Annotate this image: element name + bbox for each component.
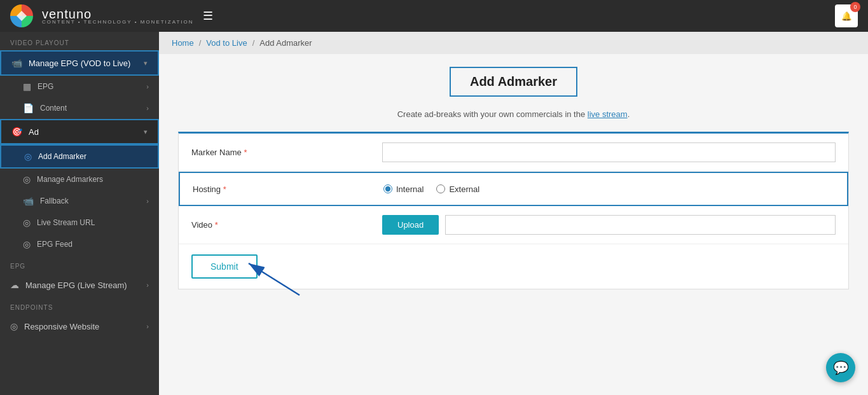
video2-icon: 📹 (23, 196, 34, 206)
add-admarker-label: Add Admarker (38, 152, 86, 161)
ad-label: Ad (29, 127, 39, 137)
fallback-left: 📹 Fallback (23, 196, 69, 206)
chat-button[interactable]: 💬 (826, 353, 855, 382)
hosting-radio-group: Internal External (383, 184, 834, 194)
responsive-website-label: Responsive Website (24, 322, 99, 331)
subtitle-link[interactable]: live stream (588, 109, 628, 119)
sidebar-item-manage-epg-vod[interactable]: 📹 Manage EPG (VOD to Live) ▾ (0, 50, 159, 76)
hosting-req: * (223, 184, 226, 194)
manage-epg-live-left: ☁ Manage EPG (Live Stream) (10, 280, 127, 290)
sidebar: VIDEO PLAYOUT 📹 Manage EPG (VOD to Live)… (0, 32, 159, 395)
navbar-right: 🔔 0 (835, 4, 858, 27)
breadcrumb-sep1: / (199, 38, 202, 48)
content-arrow-icon: › (146, 104, 149, 112)
ad-icon: 🎯 (11, 127, 22, 137)
epg-label: EPG (38, 82, 53, 91)
breadcrumb-home[interactable]: Home (172, 38, 194, 48)
page-title: Add Admarker (450, 67, 577, 97)
live-arrow-icon: › (146, 281, 149, 289)
main-layout: VIDEO PLAYOUT 📹 Manage EPG (VOD to Live)… (0, 32, 868, 395)
video-label: Video * (191, 220, 382, 230)
live-stream-left: ◎ Live Stream URL (23, 218, 95, 228)
video-row: Video * Upload (179, 206, 848, 244)
sidebar-item-content[interactable]: 📄 Content › (0, 97, 159, 119)
external-option[interactable]: External (436, 184, 479, 194)
upload-button[interactable]: Upload (382, 215, 439, 235)
fallback-arrow-icon: › (146, 197, 149, 205)
form-card: Marker Name * Hosting * Internal (178, 132, 849, 289)
marker-name-row: Marker Name * (179, 134, 848, 172)
hamburger-icon[interactable]: ☰ (203, 9, 213, 23)
sidebar-item-manage-epg-live[interactable]: ☁ Manage EPG (Live Stream) › (0, 274, 159, 296)
epg-feed-label: EPG Feed (37, 240, 72, 249)
sidebar-item-live-stream-url[interactable]: ◎ Live Stream URL (0, 212, 159, 233)
navbar-left: ventuno CONTENT • TECHNOLOGY • MONETIZAT… (10, 4, 213, 27)
feed-icon: ◎ (23, 239, 31, 249)
subtitle-post: . (628, 109, 630, 119)
marker-name-req: * (244, 148, 247, 157)
manage-epg-left: 📹 Manage EPG (VOD to Live) (11, 58, 130, 68)
section-video-playout: VIDEO PLAYOUT (0, 32, 159, 50)
hosting-label: Hosting * (193, 184, 383, 194)
sidebar-item-responsive-website[interactable]: ◎ Responsive Website › (0, 315, 159, 338)
hosting-row: Hosting * Internal External (179, 172, 848, 206)
form-wrapper: Add Admarker Create ad-breaks with your … (159, 54, 868, 395)
notification-button[interactable]: 🔔 0 (835, 4, 858, 27)
section-epg: EPG (0, 255, 159, 274)
content-left: 📄 Content (23, 103, 67, 113)
submit-area: Submit (179, 244, 848, 289)
responsive-left: ◎ Responsive Website (10, 321, 99, 331)
logo-icon (10, 4, 33, 27)
notif-badge: 0 (850, 2, 860, 12)
manage-admarkers-left: ◎ Manage Admarkers (23, 174, 103, 184)
logo-sub: CONTENT • TECHNOLOGY • MONETIZATION (42, 19, 194, 25)
internal-label: Internal (396, 184, 424, 194)
live-icon: ◎ (23, 218, 31, 228)
manage-epg-live-label: Manage EPG (Live Stream) (25, 281, 127, 290)
sidebar-item-manage-admarkers[interactable]: ◎ Manage Admarkers (0, 169, 159, 190)
chat-icon: 💬 (833, 360, 849, 375)
video-input[interactable] (445, 215, 836, 235)
content-label: Content (40, 104, 67, 113)
internal-radio[interactable] (383, 184, 392, 193)
live-stream-url-label: Live Stream URL (37, 218, 95, 227)
epg-left: ▦ EPG (23, 81, 53, 92)
subtitle-pre: Create ad-breaks with your own commercia… (397, 109, 588, 119)
external-radio[interactable] (436, 184, 445, 193)
sidebar-item-epg[interactable]: ▦ EPG › (0, 76, 159, 97)
external-label: External (449, 184, 479, 194)
breadcrumb-vod-to-live[interactable]: Vod to Live (206, 38, 247, 48)
page-title-text: Add Admarker (470, 74, 557, 89)
breadcrumb-sep2: / (252, 38, 255, 48)
sidebar-item-add-admarker[interactable]: ◎ Add Admarker (0, 144, 159, 169)
epg-feed-left: ◎ EPG Feed (23, 239, 72, 249)
submit-button[interactable]: Submit (191, 254, 258, 279)
sidebar-item-fallback[interactable]: 📹 Fallback › (0, 190, 159, 212)
content-area: Home / Vod to Live / Add Admarker Add Ad… (159, 32, 868, 395)
manage-admarkers-label: Manage Admarkers (37, 175, 103, 184)
epg-arrow-icon: › (146, 83, 149, 90)
sidebar-item-epg-feed[interactable]: ◎ EPG Feed (0, 233, 159, 255)
target-icon: ◎ (24, 151, 32, 162)
sidebar-item-ad[interactable]: 🎯 Ad ▾ (0, 119, 159, 144)
ad-left: 🎯 Ad (11, 127, 39, 137)
add-admarker-left: ◎ Add Admarker (24, 151, 86, 162)
logo-area: ventuno CONTENT • TECHNOLOGY • MONETIZAT… (42, 7, 194, 25)
manage-epg-label: Manage EPG (VOD to Live) (29, 59, 130, 68)
fallback-label: Fallback (40, 197, 69, 205)
bell-icon: 🔔 (841, 11, 852, 21)
globe-icon: ◎ (10, 321, 18, 331)
internal-option[interactable]: Internal (383, 184, 424, 194)
form-subtitle: Create ad-breaks with your own commercia… (178, 109, 849, 119)
chevron-down-icon: ▾ (144, 59, 148, 67)
circle-icon: ◎ (23, 174, 31, 184)
file-icon: 📄 (23, 103, 34, 113)
marker-name-label: Marker Name * (191, 148, 382, 157)
grid-icon: ▦ (23, 81, 31, 92)
breadcrumb: Home / Vod to Live / Add Admarker (159, 32, 868, 54)
navbar: ventuno CONTENT • TECHNOLOGY • MONETIZAT… (0, 0, 868, 32)
ad-chevron-icon: ▾ (144, 128, 148, 136)
breadcrumb-current: Add Admarker (259, 38, 312, 48)
form-header: Add Admarker Create ad-breaks with your … (178, 67, 849, 119)
marker-name-input[interactable] (382, 142, 836, 162)
